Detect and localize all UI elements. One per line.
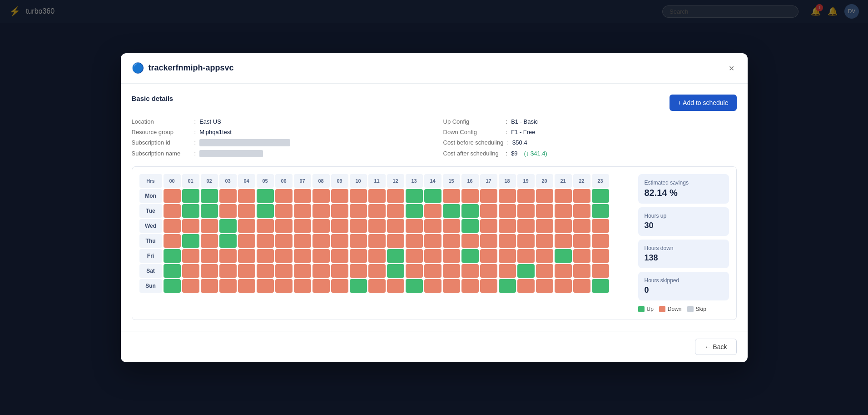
- cell-fri-7[interactable]: [294, 249, 311, 263]
- cell-fri-9[interactable]: [331, 249, 348, 263]
- cell-mon-20[interactable]: [536, 189, 553, 203]
- cell-wed-3[interactable]: [219, 219, 237, 233]
- cell-tue-5[interactable]: [257, 204, 274, 218]
- cell-tue-18[interactable]: [499, 204, 516, 218]
- cell-thu-16[interactable]: [461, 234, 479, 248]
- cell-mon-18[interactable]: [499, 189, 516, 203]
- cell-fri-3[interactable]: [219, 249, 237, 263]
- cell-fri-6[interactable]: [275, 249, 293, 263]
- cell-thu-6[interactable]: [275, 234, 293, 248]
- cell-mon-22[interactable]: [573, 189, 590, 203]
- cell-wed-4[interactable]: [238, 219, 255, 233]
- cell-fri-5[interactable]: [257, 249, 274, 263]
- cell-sun-19[interactable]: [517, 279, 535, 293]
- cell-mon-6[interactable]: [275, 189, 293, 203]
- cell-sun-13[interactable]: [406, 279, 423, 293]
- cell-wed-23[interactable]: [592, 219, 609, 233]
- cell-sat-15[interactable]: [443, 264, 460, 278]
- cell-fri-13[interactable]: [406, 249, 423, 263]
- cell-tue-12[interactable]: [387, 204, 404, 218]
- cell-sun-6[interactable]: [275, 279, 293, 293]
- cell-thu-5[interactable]: [257, 234, 274, 248]
- cell-fri-21[interactable]: [555, 249, 572, 263]
- cell-mon-13[interactable]: [406, 189, 423, 203]
- cell-fri-8[interactable]: [312, 249, 330, 263]
- cell-sun-14[interactable]: [424, 279, 441, 293]
- cell-tue-6[interactable]: [275, 204, 293, 218]
- cell-thu-8[interactable]: [312, 234, 330, 248]
- cell-thu-15[interactable]: [443, 234, 460, 248]
- cell-fri-19[interactable]: [517, 249, 535, 263]
- cell-mon-21[interactable]: [555, 189, 572, 203]
- cell-sat-8[interactable]: [312, 264, 330, 278]
- cell-sun-16[interactable]: [461, 279, 479, 293]
- cell-thu-18[interactable]: [499, 234, 516, 248]
- cell-tue-22[interactable]: [573, 204, 590, 218]
- cell-thu-19[interactable]: [517, 234, 535, 248]
- back-button[interactable]: ← Back: [695, 339, 736, 355]
- cell-sat-13[interactable]: [406, 264, 423, 278]
- cell-fri-10[interactable]: [350, 249, 367, 263]
- cell-sun-11[interactable]: [368, 279, 386, 293]
- cell-fri-2[interactable]: [201, 249, 218, 263]
- cell-wed-8[interactable]: [312, 219, 330, 233]
- cell-thu-13[interactable]: [406, 234, 423, 248]
- cell-tue-19[interactable]: [517, 204, 535, 218]
- cell-wed-22[interactable]: [573, 219, 590, 233]
- cell-fri-17[interactable]: [480, 249, 497, 263]
- cell-wed-18[interactable]: [499, 219, 516, 233]
- cell-sat-4[interactable]: [238, 264, 255, 278]
- cell-wed-10[interactable]: [350, 219, 367, 233]
- cell-sun-20[interactable]: [536, 279, 553, 293]
- cell-fri-4[interactable]: [238, 249, 255, 263]
- cell-sun-0[interactable]: [164, 279, 181, 293]
- cell-thu-10[interactable]: [350, 234, 367, 248]
- cell-sun-8[interactable]: [312, 279, 330, 293]
- cell-thu-21[interactable]: [555, 234, 572, 248]
- cell-sat-2[interactable]: [201, 264, 218, 278]
- cell-mon-0[interactable]: [164, 189, 181, 203]
- cell-sun-7[interactable]: [294, 279, 311, 293]
- cell-mon-7[interactable]: [294, 189, 311, 203]
- cell-thu-23[interactable]: [592, 234, 609, 248]
- cell-mon-17[interactable]: [480, 189, 497, 203]
- cell-sat-10[interactable]: [350, 264, 367, 278]
- cell-wed-9[interactable]: [331, 219, 348, 233]
- cell-sat-20[interactable]: [536, 264, 553, 278]
- cell-fri-12[interactable]: [387, 249, 404, 263]
- cell-mon-2[interactable]: [201, 189, 218, 203]
- cell-wed-21[interactable]: [555, 219, 572, 233]
- cell-sun-5[interactable]: [257, 279, 274, 293]
- cell-sun-3[interactable]: [219, 279, 237, 293]
- cell-tue-13[interactable]: [406, 204, 423, 218]
- cell-thu-2[interactable]: [201, 234, 218, 248]
- cell-tue-0[interactable]: [164, 204, 181, 218]
- cell-fri-14[interactable]: [424, 249, 441, 263]
- cell-wed-13[interactable]: [406, 219, 423, 233]
- cell-tue-2[interactable]: [201, 204, 218, 218]
- cell-sat-16[interactable]: [461, 264, 479, 278]
- cell-sun-17[interactable]: [480, 279, 497, 293]
- cell-sat-22[interactable]: [573, 264, 590, 278]
- cell-sun-1[interactable]: [182, 279, 199, 293]
- cell-fri-23[interactable]: [592, 249, 609, 263]
- cell-mon-15[interactable]: [443, 189, 460, 203]
- cell-sat-12[interactable]: [387, 264, 404, 278]
- cell-mon-23[interactable]: [592, 189, 609, 203]
- cell-mon-14[interactable]: [424, 189, 441, 203]
- cell-thu-12[interactable]: [387, 234, 404, 248]
- cell-mon-1[interactable]: [182, 189, 199, 203]
- cell-tue-1[interactable]: [182, 204, 199, 218]
- cell-sun-18[interactable]: [499, 279, 516, 293]
- cell-wed-6[interactable]: [275, 219, 293, 233]
- cell-tue-14[interactable]: [424, 204, 441, 218]
- cell-thu-7[interactable]: [294, 234, 311, 248]
- cell-sat-1[interactable]: [182, 264, 199, 278]
- cell-mon-4[interactable]: [238, 189, 255, 203]
- cell-wed-7[interactable]: [294, 219, 311, 233]
- cell-mon-16[interactable]: [461, 189, 479, 203]
- cell-fri-0[interactable]: [164, 249, 181, 263]
- cell-sat-0[interactable]: [164, 264, 181, 278]
- cell-wed-0[interactable]: [164, 219, 181, 233]
- cell-sat-18[interactable]: [499, 264, 516, 278]
